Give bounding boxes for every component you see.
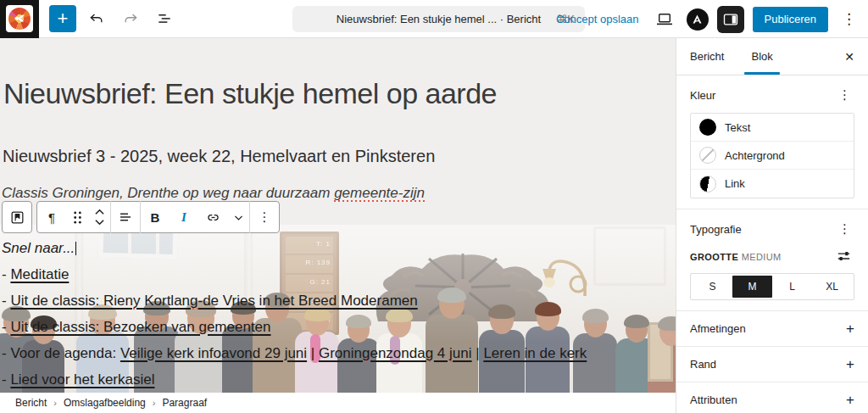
settings-sidebar-toggle[interactable]: [717, 6, 744, 33]
cover-line[interactable]: - Voor de agenda: Veilige kerk infoavond…: [2, 340, 587, 366]
site-logo-button[interactable]: [0, 0, 39, 38]
separator: |: [472, 345, 484, 361]
panel-attributen[interactable]: Attributen +: [676, 382, 868, 413]
align-text-button[interactable]: [111, 202, 140, 232]
breadcrumb-omslagafbeelding[interactable]: Omslagafbeelding: [64, 397, 146, 409]
font-size-label: GROOTTE MEDIUM: [690, 252, 782, 262]
block-toolbar: ¶ B I ⋮: [2, 201, 280, 233]
undo-button[interactable]: [83, 3, 110, 34]
link-lied-kerkasiel[interactable]: Lied voor het kerkasiel: [10, 371, 154, 388]
seo-a-icon: [691, 13, 704, 25]
link-text: Vries in het Breed Moderamen: [219, 293, 418, 309]
close-icon: ✕: [844, 50, 854, 64]
italic-button[interactable]: I: [170, 202, 198, 232]
block-inserter-button[interactable]: +: [49, 5, 76, 32]
bold-icon: B: [151, 210, 160, 225]
intro-text: Classis Groningen, Drenthe op weg naar d…: [2, 185, 334, 201]
size-m-button[interactable]: M: [732, 276, 772, 298]
panel-label: Attributen: [690, 393, 737, 406]
site-logo: [6, 5, 33, 32]
block-options-button[interactable]: ⋮: [250, 202, 279, 232]
bullet: -: [2, 319, 10, 335]
link-breed-moderamen[interactable]: Uit de classis: Rieny Kortlang-de Vries …: [10, 293, 417, 310]
typography-section: Typografie ⋮ GROOTTE MEDIUM S M L XL: [676, 209, 868, 311]
snel-naar-text: Snel naar...: [2, 240, 75, 256]
more-rich-text-button[interactable]: [227, 202, 249, 232]
chevron-right-icon: ›: [153, 398, 156, 408]
command-palette[interactable]: Nieuwsbrief: Een stukje hemel ... · Beri…: [292, 6, 585, 32]
background-color-swatch: [699, 147, 716, 164]
text-color-row[interactable]: Tekst: [691, 114, 854, 142]
undo-icon: [88, 10, 105, 27]
color-section: Kleur ⋮ Tekst Achtergrond Link: [676, 75, 868, 209]
post-subtitle[interactable]: Nieuwsbrief 3 - 2025, week 22, Hemelvaar…: [3, 147, 435, 166]
move-up-down-button[interactable]: [88, 202, 110, 232]
typography-section-title: Typografie: [690, 223, 742, 236]
link-bezoeken-gemeenten[interactable]: Uit de classis: Bezoeken van gemeenten: [10, 319, 270, 335]
align-left-icon: [118, 209, 133, 225]
misspelled-text: Rieny Kortlang-de: [103, 293, 219, 310]
size-settings-button[interactable]: [833, 248, 854, 265]
bullet: -: [2, 293, 10, 309]
options-menu-button[interactable]: ⋮: [837, 7, 861, 31]
size-s-button[interactable]: S: [693, 276, 732, 298]
typography-options-button[interactable]: ⋮: [835, 220, 854, 238]
cover-block[interactable]: T: 1 R: 139 G: 21 G: 481 G: 45: [0, 225, 676, 393]
color-options-button[interactable]: ⋮: [835, 86, 854, 104]
post-title[interactable]: Nieuwsbrief: Een stukje hemel op aarde: [3, 77, 497, 110]
chevron-right-icon: ›: [53, 398, 57, 408]
paragraph-block-button[interactable]: ¶: [37, 202, 66, 232]
link-button[interactable]: [198, 202, 227, 232]
link-meditatie[interactable]: Meditatie: [10, 266, 69, 282]
seo-plugin-button[interactable]: [687, 8, 709, 31]
kebab-icon: ⋮: [838, 221, 851, 236]
move-arrows-icon: [93, 208, 106, 226]
block-toolbar-main: ¶ B I ⋮: [36, 201, 280, 233]
separator: |: [307, 345, 319, 361]
drag-handle[interactable]: [66, 202, 88, 232]
panel-afmetingen[interactable]: Afmetingen +: [676, 311, 868, 347]
panel-label: Afmetingen: [690, 322, 746, 335]
select-cover-block-button[interactable]: [3, 202, 31, 232]
redo-icon: [122, 10, 139, 27]
close-sidebar-button[interactable]: ✕: [837, 45, 861, 69]
text-color-swatch: [699, 119, 716, 136]
kebab-icon: ⋮: [838, 87, 851, 102]
breadcrumb-bericht[interactable]: Bericht: [15, 397, 47, 409]
list-view-button[interactable]: [151, 3, 178, 34]
plus-icon: +: [846, 392, 854, 409]
tab-bericht[interactable]: Bericht: [676, 38, 737, 75]
plus-icon: +: [846, 321, 854, 338]
background-color-row[interactable]: Achtergrond: [691, 142, 854, 170]
tab-blok[interactable]: Blok: [737, 38, 786, 75]
sidebar-panel-icon: [722, 12, 739, 27]
redo-button[interactable]: [117, 3, 144, 34]
laptop-icon: [655, 12, 674, 27]
color-controls: Tekst Achtergrond Link: [690, 113, 854, 198]
link-veilige-kerk[interactable]: Veilige kerk infoavond 29 juni: [120, 345, 307, 361]
panel-rand[interactable]: Rand +: [676, 347, 868, 382]
font-size-segmented-control: S M L XL: [690, 273, 854, 300]
cover-block-icon: [9, 209, 25, 226]
list-view-icon: [156, 10, 173, 27]
link-color-row[interactable]: Link: [691, 170, 854, 198]
publish-button[interactable]: Publiceren: [753, 7, 828, 32]
pilcrow-icon: ¶: [48, 210, 55, 225]
preview-button[interactable]: [651, 4, 678, 35]
post-intro-paragraph[interactable]: Classis Groningen, Drenthe op weg naar d…: [2, 185, 425, 202]
cover-line[interactable]: - Uit de classis: Rieny Kortlang-de Vrie…: [2, 287, 587, 314]
cover-line[interactable]: - Meditatie: [2, 261, 587, 287]
bold-button[interactable]: B: [141, 202, 170, 232]
link-color-label: Link: [725, 177, 745, 190]
cover-line[interactable]: - Uit de classis: Bezoeken van gemeenten: [2, 314, 587, 340]
size-xl-button[interactable]: XL: [812, 276, 852, 298]
cover-line[interactable]: - Lied voor het kerkasiel: [2, 366, 587, 393]
italic-icon: I: [181, 210, 186, 225]
editor-canvas[interactable]: Nieuwsbrief: Een stukje hemel op aarde N…: [0, 38, 676, 393]
link-groningenzondag[interactable]: Groningenzondag 4 juni: [319, 345, 472, 362]
cover-paragraphs[interactable]: Snel naar... - Meditatie - Uit de classi…: [2, 235, 587, 393]
save-draft-button[interactable]: Concept opslaan: [553, 8, 643, 31]
link-leren-in-de-kerk[interactable]: Leren in de kerk: [483, 345, 587, 361]
cover-line-snel[interactable]: Snel naar...: [2, 235, 587, 261]
size-l-button[interactable]: L: [772, 276, 812, 298]
